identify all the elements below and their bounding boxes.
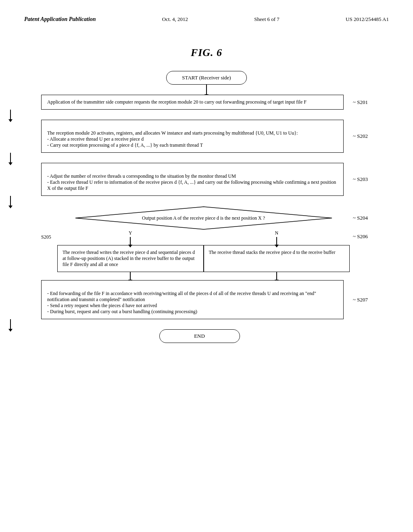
s207-box: - End forwarding of the file F in accord…: [41, 280, 344, 319]
s206-left-box: The receive thread writes the receive pi…: [57, 245, 204, 272]
y-arrow: [130, 237, 131, 245]
converge-arrows: [41, 272, 372, 280]
s202-box: The reception module 20 activates, regis…: [41, 120, 344, 153]
left-converge-arrow: [130, 272, 131, 280]
s203-box: - Adjust the number of receive threads u…: [41, 163, 344, 196]
n-branch: N: [204, 230, 350, 245]
s206-right-box: The receive thread stacks the receive pi…: [204, 245, 350, 272]
s202-row: The reception module 20 activates, regis…: [41, 120, 372, 153]
branch-columns: Y N: [57, 230, 350, 245]
s207-text: - End forwarding of the file F in accord…: [47, 291, 316, 314]
start-node: START (Receiver side): [166, 71, 247, 85]
right-converge-arrow: [276, 272, 277, 280]
header-sheet: Sheet 6 of 7: [254, 16, 279, 23]
s204-text: Output position A of the receive piece d…: [142, 215, 265, 221]
s206-label: ~ S206: [350, 230, 372, 240]
connector-4: [10, 196, 11, 206]
header-publication: Patent Application Publication: [24, 16, 96, 23]
branch-y-label: Y: [129, 230, 132, 236]
s207-row: - End forwarding of the file F in accord…: [41, 280, 372, 319]
connector-3: [10, 153, 11, 163]
branch-area: S205 Y N ~ S206: [41, 230, 372, 245]
header-patent-num: US 2012/254485 A1: [346, 16, 389, 23]
y-branch: Y: [57, 230, 204, 245]
s206-right-text: The receive thread stacks the receive pi…: [209, 249, 336, 255]
s206-row: The receive thread writes the receive pi…: [41, 245, 372, 272]
s204-label: ~ S204: [350, 215, 372, 221]
connector-end: [10, 319, 11, 329]
connector-1: [206, 85, 207, 95]
s203-row: - Adjust the number of receive threads u…: [41, 163, 372, 196]
s201-row: Application of the transmitter side comp…: [41, 95, 372, 110]
end-node: END: [159, 329, 240, 343]
branch-n-label: N: [275, 230, 278, 236]
s206-label-placeholder: ~ S206: [350, 230, 372, 245]
n-arrow: [276, 237, 277, 245]
s204-diamond-wrapper: Output position A of the receive piece d…: [57, 206, 350, 230]
s201-text: Application of the transmitter side comp…: [47, 99, 307, 105]
s204-diamond: Output position A of the receive piece d…: [75, 206, 333, 230]
s203-text: - Adjust the number of receive threads u…: [47, 173, 336, 191]
flowchart: START (Receiver side) Application of the…: [24, 71, 389, 343]
s205-label: S205: [41, 230, 57, 240]
page-header: Patent Application Publication Oct. 4, 2…: [24, 16, 389, 23]
s201-label: ~ S201: [350, 99, 372, 106]
figure-title: FIG. 6: [24, 47, 389, 59]
header-date: Oct. 4, 2012: [162, 16, 188, 23]
s207-label: ~ S207: [350, 297, 372, 303]
s202-label: ~ S202: [350, 133, 372, 139]
connector-2: [10, 110, 11, 120]
s202-text: The reception module 20 activates, regis…: [47, 130, 298, 148]
s201-box: Application of the transmitter side comp…: [41, 95, 344, 110]
patent-page: Patent Application Publication Oct. 4, 2…: [0, 0, 413, 532]
s205-side: S205: [41, 230, 57, 245]
s204-row: Output position A of the receive piece d…: [41, 206, 372, 230]
s206-boxes: The receive thread writes the receive pi…: [57, 245, 350, 272]
s206-left-text: The receive thread writes the receive pi…: [63, 249, 195, 267]
s203-label: ~ S203: [350, 176, 372, 183]
